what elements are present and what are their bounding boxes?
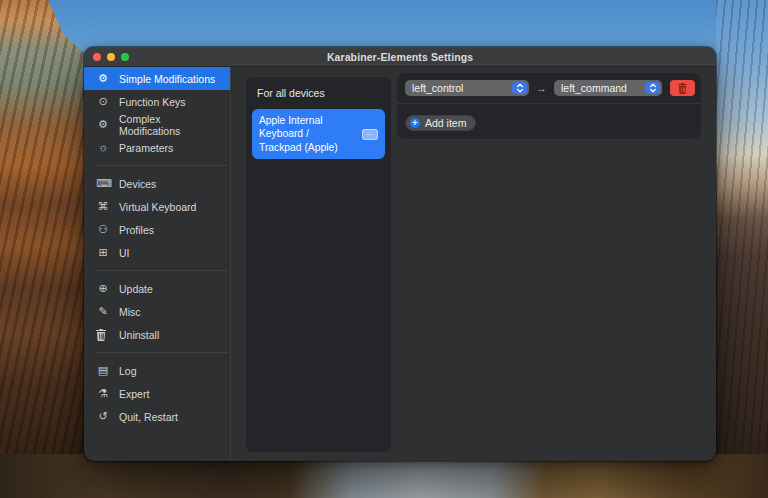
add-item-label: Add item: [425, 117, 466, 129]
zoom-button[interactable]: [121, 53, 129, 61]
sidebar-item-label: Devices: [119, 178, 156, 190]
sidebar-item-profiles[interactable]: ⚇ Profiles: [84, 218, 230, 241]
window-body: ⚙ Simple Modifications ⊙ Function Keys ⚙…: [84, 67, 716, 461]
sidebar-item-devices[interactable]: ⌨ Devices: [84, 172, 230, 195]
wallpaper-right-cliff: [716, 0, 768, 498]
karabiner-settings-window: Karabiner-Elements Settings ⚙ Simple Mod…: [84, 47, 716, 461]
trash-icon: [678, 83, 687, 94]
keyboard-icon: ⌨: [96, 178, 110, 189]
to-key-value: left_command: [561, 82, 627, 94]
dial-icon: ☼: [96, 142, 110, 153]
power-icon: ↺: [96, 411, 110, 422]
sidebar-item-label: Parameters: [119, 142, 173, 154]
device-item-apple-internal-keyboard[interactable]: Apple Internal Keyboard / Trackpad (Appl…: [252, 109, 385, 159]
sidebar-item-uninstall[interactable]: Uninstall: [84, 323, 230, 346]
keyboard-badge-icon: ⋯: [362, 129, 378, 140]
pencil-icon: ✎: [96, 306, 110, 317]
people-icon: ⚇: [96, 224, 110, 235]
sidebar-item-label: Log: [119, 365, 137, 377]
sidebar-item-simple-modifications[interactable]: ⚙ Simple Modifications: [84, 67, 230, 90]
sidebar-item-function-keys[interactable]: ⊙ Function Keys: [84, 90, 230, 113]
plus-icon: +: [410, 118, 420, 128]
add-item-button[interactable]: + Add item: [405, 115, 476, 131]
sidebar-item-label: Virtual Keyboard: [119, 201, 196, 213]
sidebar-item-virtual-keyboard[interactable]: ⌘ Virtual Keyboard: [84, 195, 230, 218]
function-key-icon: ⊙: [96, 96, 110, 107]
virtual-keyboard-icon: ⌘: [96, 201, 110, 212]
device-item-label: Apple Internal Keyboard / Trackpad (Appl…: [259, 114, 356, 154]
sidebar-item-label: Complex Modifications: [119, 113, 222, 137]
window-icon: ⊞: [96, 247, 110, 258]
wallpaper-left-cliff: [0, 0, 86, 498]
delete-mapping-button[interactable]: [670, 80, 695, 96]
modification-row: left_control → left_command: [397, 73, 701, 103]
sidebar-separator: [96, 352, 228, 353]
sidebar-item-expert[interactable]: ⚗ Expert: [84, 382, 230, 405]
sidebar-item-label: Expert: [119, 388, 149, 400]
sidebar-item-label: Update: [119, 283, 153, 295]
sidebar-item-complex-modifications[interactable]: ⚙ Complex Modifications: [84, 113, 230, 136]
to-key-dropdown[interactable]: left_command: [554, 80, 662, 96]
add-item-row: + Add item: [397, 104, 701, 139]
chevron-up-down-icon: [645, 82, 660, 94]
flask-icon: ⚗: [96, 388, 110, 399]
sidebar-item-update[interactable]: ⊕ Update: [84, 277, 230, 300]
modifications-group: left_control → left_command: [397, 73, 701, 139]
sidebar-item-label: UI: [119, 247, 130, 259]
chevron-up-down-icon: [512, 82, 527, 94]
sidebar-item-log[interactable]: ▤ Log: [84, 359, 230, 382]
gear-icon: ⚙: [96, 73, 110, 84]
from-key-dropdown[interactable]: left_control: [405, 80, 529, 96]
globe-icon: ⊕: [96, 283, 110, 294]
sidebar-separator: [96, 165, 228, 166]
sidebar-item-label: Misc: [119, 306, 141, 318]
simple-modifications-panel: left_control → left_command: [391, 67, 716, 461]
minimize-button[interactable]: [107, 53, 115, 61]
titlebar[interactable]: Karabiner-Elements Settings: [84, 47, 716, 67]
device-list: For all devices Apple Internal Keyboard …: [246, 77, 391, 452]
traffic-lights: [93, 47, 129, 66]
sidebar-item-quit-restart[interactable]: ↺ Quit, Restart: [84, 405, 230, 428]
sidebar-item-misc[interactable]: ✎ Misc: [84, 300, 230, 323]
sidebar-item-label: Quit, Restart: [119, 411, 178, 423]
window-title: Karabiner-Elements Settings: [84, 51, 716, 63]
device-item-for-all-devices[interactable]: For all devices: [251, 80, 386, 106]
gears-icon: ⚙: [96, 119, 110, 130]
device-column: For all devices Apple Internal Keyboard …: [231, 67, 391, 461]
sidebar-item-label: Uninstall: [119, 329, 159, 341]
sidebar-item-parameters[interactable]: ☼ Parameters: [84, 136, 230, 159]
sidebar: ⚙ Simple Modifications ⊙ Function Keys ⚙…: [84, 67, 231, 461]
desktop: Karabiner-Elements Settings ⚙ Simple Mod…: [0, 0, 768, 498]
document-icon: ▤: [96, 365, 110, 376]
sidebar-separator: [96, 270, 228, 271]
arrow-icon: →: [536, 82, 547, 94]
sidebar-item-ui[interactable]: ⊞ UI: [84, 241, 230, 264]
device-item-label: For all devices: [257, 87, 325, 99]
trash-icon: [96, 329, 110, 341]
sidebar-item-label: Function Keys: [119, 96, 186, 108]
sidebar-item-label: Simple Modifications: [119, 73, 215, 85]
close-button[interactable]: [93, 53, 101, 61]
sidebar-item-label: Profiles: [119, 224, 154, 236]
from-key-value: left_control: [412, 82, 463, 94]
